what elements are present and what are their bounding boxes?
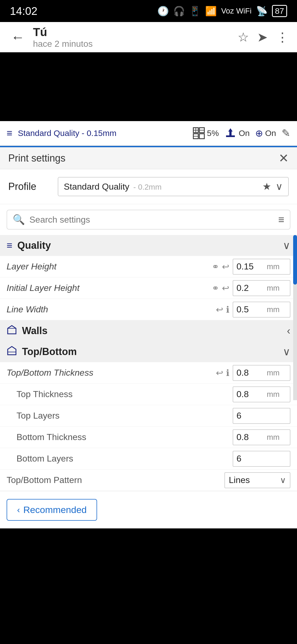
profile-selector-name: Standard Quality <box>64 182 129 192</box>
line-width-input[interactable] <box>237 304 267 315</box>
top-bottom-section-header[interactable]: Top/Bottom ∨ <box>0 341 297 362</box>
nav-title: Tú <box>33 26 232 39</box>
wifi-icon: 📡 <box>256 6 268 17</box>
reset2-icon[interactable]: ↩ <box>222 283 229 293</box>
top-nav: ← Tú hace 2 minutos ☆ ➤ ⋮ <box>0 22 297 52</box>
top-layers-input[interactable] <box>237 411 267 421</box>
profile-selector-icons: ★ ∨ <box>262 181 283 192</box>
wifi-label: Voz WiFi <box>221 7 251 15</box>
toolbar-adhesion-label: On <box>265 129 276 138</box>
toolbar-infill-percent: 5% <box>207 129 219 138</box>
search-input[interactable] <box>29 215 274 225</box>
bottom-layers-input-wrapper <box>233 451 290 467</box>
recommended-row: ‹ Recommended <box>0 491 297 528</box>
status-time: 14:02 <box>10 5 37 17</box>
layer-height-input[interactable] <box>237 261 267 272</box>
top-layers-label: Top Layers <box>16 411 229 421</box>
top-bottom-pattern-label: Top/Bottom Pattern <box>7 475 221 485</box>
toolbar-profile-name: Standard Quality - 0.15mm <box>18 129 187 138</box>
profile-chevron-icon[interactable]: ∨ <box>276 181 283 192</box>
walls-chevron-icon: ‹ <box>287 325 290 337</box>
profile-selector-sub: - 0.2mm <box>133 183 162 191</box>
line-width-input-wrapper: mm <box>233 302 290 318</box>
top-bottom-pattern-value: Lines <box>229 475 277 485</box>
recommended-chevron-icon: ‹ <box>17 505 20 515</box>
bottom-thickness-row: Bottom Thickness mm <box>0 427 297 448</box>
initial-layer-height-unit: mm <box>267 284 282 293</box>
link-icon[interactable]: ⚭ <box>212 261 219 272</box>
top-bottom-thickness-input[interactable] <box>237 368 267 378</box>
top-thickness-row: Top Thickness mm <box>0 384 297 405</box>
filter-menu-icon[interactable]: ≡ <box>278 214 284 226</box>
layer-height-label: Layer Height <box>7 261 208 272</box>
top-bottom-icon <box>7 345 17 358</box>
line-width-row: Line Width ↩ ℹ mm <box>0 299 297 320</box>
top-thickness-input[interactable] <box>237 389 267 399</box>
search-bar[interactable]: 🔍 ≡ <box>7 210 290 230</box>
bottom-layers-row: Bottom Layers <box>0 448 297 470</box>
quality-section-header[interactable]: ≡ Quality ∨ <box>0 235 297 256</box>
status-bar: 14:02 🕐 🎧 📱 📶 Voz WiFi 📡 87 <box>0 0 297 22</box>
bookmark-icon[interactable]: ☆ <box>238 30 249 45</box>
svg-marker-13 <box>8 346 16 355</box>
alarm-icon: 🕐 <box>157 6 169 17</box>
line-width-actions: ↩ ℹ <box>216 304 229 315</box>
scrollbar-track <box>293 235 297 400</box>
initial-layer-height-row: Initial Layer Height ⚭ ↩ mm <box>0 277 297 299</box>
svg-marker-11 <box>8 326 16 334</box>
share-icon[interactable]: ➤ <box>257 30 268 45</box>
walls-icon <box>7 324 17 337</box>
top-thickness-label: Top Thickness <box>16 389 229 399</box>
recommended-button[interactable]: ‹ Recommended <box>7 499 97 521</box>
top-layers-input-wrapper <box>233 408 290 424</box>
info-icon[interactable]: ℹ <box>226 304 229 315</box>
top-bottom-thickness-label: Top/Bottom Thickness <box>7 368 213 378</box>
headphone-icon: 🎧 <box>173 6 185 17</box>
back-button[interactable]: ← <box>8 26 28 48</box>
print-settings-header: Print settings ✕ <box>0 147 297 169</box>
bottom-thickness-input-wrapper: mm <box>233 429 290 445</box>
nav-title-area: Tú hace 2 minutos <box>33 26 232 49</box>
top-bottom-section-title: Top/Bottom <box>22 346 278 358</box>
line-width-label: Line Width <box>7 304 213 315</box>
walls-section-title: Walls <box>22 325 282 337</box>
toolbar-support-label: On <box>239 129 250 138</box>
infill-icon <box>193 127 205 139</box>
bottom-thickness-input[interactable] <box>237 432 267 442</box>
link2-icon[interactable]: ⚭ <box>212 283 219 293</box>
reset-icon[interactable]: ↩ <box>222 261 229 272</box>
pattern-dropdown-chevron: ∨ <box>280 475 286 485</box>
layer-height-actions: ⚭ ↩ <box>212 261 229 272</box>
top-bottom-thickness-row: Top/Bottom Thickness ↩ ℹ mm <box>0 362 297 384</box>
initial-layer-actions: ⚭ ↩ <box>212 283 229 293</box>
toolbar: ≡ Standard Quality - 0.15mm 5% On ⊕ On ✎ <box>0 121 297 146</box>
profile-label: Profile <box>8 181 52 192</box>
nav-subtitle: hace 2 minutos <box>33 39 232 49</box>
edit-icon[interactable]: ✎ <box>282 127 290 139</box>
toolbar-support: On <box>224 127 250 139</box>
signal-icon: 📶 <box>205 6 217 17</box>
close-button[interactable]: ✕ <box>279 151 289 165</box>
info2-icon[interactable]: ℹ <box>226 368 229 378</box>
bottom-thickness-unit: mm <box>267 433 282 442</box>
reset3-icon[interactable]: ↩ <box>216 304 223 315</box>
toolbar-infill: 5% <box>193 127 219 139</box>
reset4-icon[interactable]: ↩ <box>216 368 223 378</box>
screen-icon: 📱 <box>189 6 201 17</box>
more-options-icon[interactable]: ⋮ <box>276 30 289 45</box>
top-layers-row: Top Layers <box>0 405 297 427</box>
profile-star-icon[interactable]: ★ <box>262 181 271 192</box>
profile-selector[interactable]: Standard Quality - 0.2mm ★ ∨ <box>58 177 289 196</box>
bottom-layers-input[interactable] <box>237 454 267 464</box>
top-bottom-pattern-dropdown[interactable]: Lines ∨ <box>224 472 290 488</box>
nav-actions: ☆ ➤ ⋮ <box>238 30 289 45</box>
content-area <box>0 52 297 121</box>
print-settings-panel: Print settings ✕ Profile Standard Qualit… <box>0 147 297 528</box>
profile-settings-icon: ≡ <box>7 127 12 139</box>
initial-layer-height-input[interactable] <box>237 283 267 293</box>
svg-rect-8 <box>226 135 235 137</box>
walls-section-header[interactable]: Walls ‹ <box>0 320 297 341</box>
quality-icon: ≡ <box>7 240 12 251</box>
svg-marker-10 <box>228 128 233 132</box>
scrollbar-thumb <box>293 235 297 285</box>
